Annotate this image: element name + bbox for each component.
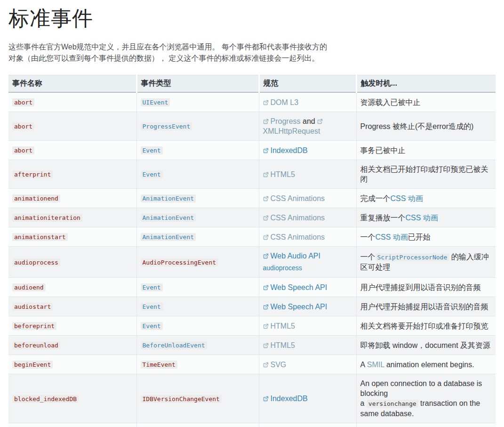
text: 资源载入已被中止 bbox=[360, 98, 421, 106]
event-name-cell: blocked_indexedDB bbox=[8, 374, 136, 423]
event-type-link[interactable]: AnimationEvent bbox=[141, 213, 196, 221]
external-link-icon bbox=[263, 285, 269, 290]
spec-link[interactable]: HTML5 bbox=[263, 322, 295, 330]
event-type-chip: Event bbox=[141, 146, 163, 154]
event-type-link[interactable]: AnimationEvent bbox=[141, 194, 196, 202]
event-type-link[interactable]: ProgressEvent bbox=[141, 122, 192, 130]
event-type-cell: TimeEvent bbox=[136, 355, 259, 374]
event-name-cell: audioprocess bbox=[8, 247, 136, 278]
event-type-chip: Event bbox=[141, 283, 163, 291]
spec-link[interactable]: HTML5 bbox=[263, 170, 295, 178]
table-row: beforeunloadBeforeUnloadEventHTML5即将卸载 w… bbox=[8, 336, 496, 355]
event-type-code: TimeEvent bbox=[141, 361, 177, 369]
text: animation element begins. bbox=[384, 361, 474, 369]
event-name-code: abort bbox=[12, 146, 34, 154]
table-row: audioendEventWeb Speech API用户代理捕捉到用以语音识别… bbox=[8, 278, 496, 297]
event-type-link[interactable]: Event bbox=[141, 283, 163, 291]
content-link[interactable]: SMIL bbox=[367, 361, 384, 369]
table-row: animationendAnimationEventCSS Animations… bbox=[8, 189, 496, 208]
spec-link-label: HTML5 bbox=[271, 322, 295, 330]
spec-link[interactable]: SVG bbox=[263, 361, 287, 369]
code-link[interactable]: ScriptProcessorNode bbox=[376, 253, 449, 261]
event-type-link[interactable]: Event bbox=[141, 170, 163, 178]
event-name-code: audiostart bbox=[12, 303, 53, 311]
event-type-cell: AnimationEvent bbox=[136, 227, 259, 247]
external-link-icon bbox=[317, 119, 323, 124]
event-name-code: animationend bbox=[12, 194, 60, 202]
event-type-cell: UIEvent bbox=[136, 92, 259, 112]
external-link-icon bbox=[263, 148, 269, 153]
column-header-event-name: 事件名称 bbox=[8, 75, 136, 93]
description-cell: Progress 被终止(不是error造成的) bbox=[356, 112, 496, 141]
event-name-code: beforeunload bbox=[12, 341, 60, 349]
content-link[interactable]: CSS 动画 bbox=[376, 233, 408, 241]
content-link[interactable]: CSS 动画 bbox=[406, 214, 438, 222]
table-header: 事件名称 事件类型 规范 触发时机... bbox=[8, 75, 496, 93]
empty-cell bbox=[136, 423, 259, 427]
table-header-row: 事件名称 事件类型 规范 触发时机... bbox=[8, 75, 496, 93]
table-row: beginEventTimeEventSVGA SMIL animation e… bbox=[8, 355, 496, 374]
event-type-link[interactable]: BeforeUnloadEvent bbox=[141, 341, 207, 349]
text: 相关文档已开始打印或打印预览已被关闭 bbox=[360, 165, 488, 183]
event-name-code: beforeprint bbox=[12, 322, 56, 330]
content-link[interactable]: CSS 动画 bbox=[391, 194, 423, 202]
intro-paragraph: 这些事件在官方Web规范中定义，并且应在各个浏览器中通用。 每个事件都和代表事件… bbox=[8, 41, 333, 64]
table-row: audioprocessAudioProcessingEventWeb Audi… bbox=[8, 247, 496, 278]
event-name-code: animationstart bbox=[12, 233, 68, 241]
spec-link[interactable]: Web Speech API bbox=[263, 283, 328, 291]
spec-link-label: IndexedDB bbox=[271, 146, 308, 154]
event-type-cell: Event bbox=[136, 297, 259, 316]
spec-link[interactable]: CSS Animations bbox=[263, 194, 325, 202]
text: 完成一个 bbox=[360, 194, 391, 202]
article-page: 标准事件 这些事件在官方Web规范中定义，并且应在各个浏览器中通用。 每个事件都… bbox=[0, 8, 504, 427]
spec-link[interactable]: IndexedDB bbox=[263, 146, 308, 154]
table-body: abortUIEventDOM L3资源载入已被中止abortProgressE… bbox=[8, 92, 496, 427]
event-name-cell: audioend bbox=[8, 278, 136, 297]
external-link-icon bbox=[263, 119, 269, 124]
spec-link[interactable]: Web Audio API bbox=[263, 252, 320, 260]
event-type-chip: AnimationEvent bbox=[141, 194, 196, 202]
external-link-icon bbox=[263, 362, 269, 368]
spec-link-label: Progress bbox=[271, 117, 301, 125]
spec-link[interactable]: Web Speech API bbox=[263, 303, 328, 311]
event-name-code: abort bbox=[12, 122, 34, 130]
event-type-cell: AudioProcessingEvent bbox=[136, 247, 259, 278]
spec-link[interactable]: Progress bbox=[263, 117, 301, 125]
event-name-cell: animationiteration bbox=[8, 208, 136, 227]
description-cell: 重复播放一个CSS 动画 bbox=[356, 208, 496, 227]
event-type-link[interactable]: Event bbox=[141, 322, 163, 330]
description-cell: A SMIL animation element begins. bbox=[356, 355, 496, 374]
table-row: animationiterationAnimationEventCSS Anim… bbox=[8, 208, 496, 227]
text: 用户代理开始捕捉用以语音识别的音频 bbox=[360, 303, 488, 311]
table-row: afterprintEventHTML5相关文档已开始打印或打印预览已被关闭 bbox=[8, 160, 496, 189]
external-link-icon bbox=[263, 304, 269, 310]
event-name-cell: abort bbox=[8, 112, 136, 141]
external-link-icon bbox=[263, 100, 269, 105]
spec-link-label: Web Speech API bbox=[271, 283, 328, 291]
spec-link[interactable]: IndexedDB bbox=[263, 395, 308, 403]
event-name-cell: afterprint bbox=[8, 160, 136, 189]
spec-link[interactable]: HTML5 bbox=[263, 341, 295, 349]
spec-link[interactable]: CSS Animations bbox=[263, 214, 325, 222]
table-row: beforeprintEventHTML5相关文档将要开始打印或准备打印预览 bbox=[8, 316, 496, 336]
event-type-link[interactable]: Event bbox=[141, 302, 163, 310]
event-name-code: audioend bbox=[12, 283, 46, 291]
event-type-cell: Event bbox=[136, 316, 259, 336]
event-type-link[interactable]: UIEvent bbox=[141, 98, 170, 106]
description-cell: 用户代理开始捕捉用以语音识别的音频 bbox=[356, 297, 496, 316]
spec-cell: DOM L3 bbox=[259, 92, 356, 112]
description-cell: 完成一个CSS 动画 bbox=[356, 189, 496, 208]
event-type-link[interactable]: AnimationEvent bbox=[141, 233, 196, 241]
description-cell: 一个ScriptProcessorNode 的输入缓冲区可处理 bbox=[356, 247, 496, 278]
event-type-chip: Event bbox=[141, 303, 163, 311]
text: 用户代理捕捉到用以语音识别的音频 bbox=[360, 283, 481, 291]
external-link-icon bbox=[263, 172, 269, 177]
event-type-cell: Event bbox=[136, 160, 259, 189]
spec-link[interactable]: DOM L3 bbox=[263, 98, 299, 106]
event-type-link[interactable]: Event bbox=[141, 146, 163, 154]
spec-sub-link[interactable]: audioprocess bbox=[263, 263, 352, 273]
spec-link[interactable]: CSS Animations bbox=[263, 233, 325, 241]
description-cell: 用户代理捕捉到用以语音识别的音频 bbox=[356, 278, 496, 297]
external-link-icon bbox=[263, 396, 269, 402]
text: An open connection to a database is bloc… bbox=[360, 379, 482, 397]
